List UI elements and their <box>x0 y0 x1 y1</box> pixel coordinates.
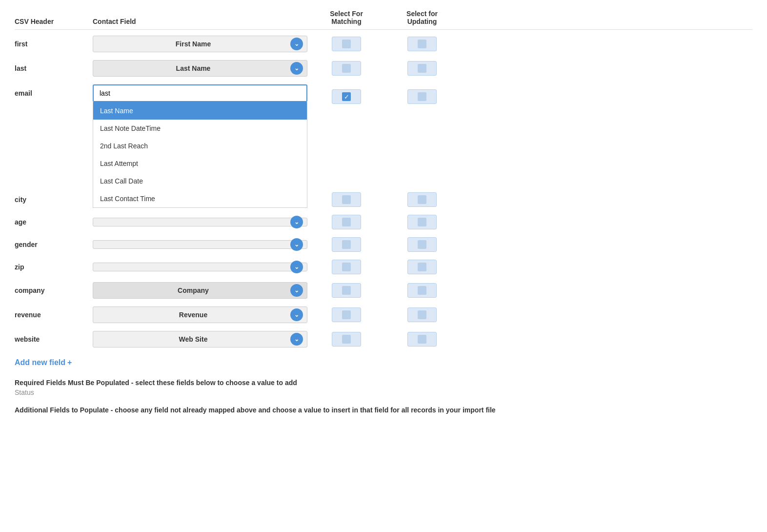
dropdown-first[interactable]: First Name ⌄ <box>93 36 307 52</box>
checkbox-wrap-update-gender[interactable] <box>407 237 437 252</box>
match-checkbox-zip[interactable] <box>307 260 385 274</box>
update-checkbox-zip[interactable] <box>385 260 459 274</box>
update-checkbox-email[interactable] <box>385 84 459 104</box>
dropdown-option-last-name[interactable]: Last Name <box>93 102 307 120</box>
required-section: Required Fields Must Be Populated - sele… <box>15 379 752 396</box>
match-checkbox-revenue[interactable] <box>307 307 385 322</box>
checkbox-inner-update-zip <box>418 263 426 271</box>
row-company: company Company ⌄ <box>15 278 752 303</box>
row-website: website Web Site ⌄ <box>15 327 752 351</box>
match-checkbox-first[interactable] <box>307 37 385 51</box>
checkbox-wrap-match-zip[interactable] <box>332 260 361 274</box>
checkbox-wrap-update-revenue[interactable] <box>407 307 437 322</box>
dropdown-option-last-note[interactable]: Last Note DateTime <box>93 120 307 137</box>
csv-revenue: revenue <box>15 311 93 319</box>
dropdown-last[interactable]: Last Name ⌄ <box>93 60 307 77</box>
chevron-down-icon-revenue: ⌄ <box>290 308 303 321</box>
dropdown-age[interactable]: ⌄ <box>93 218 307 226</box>
checkbox-wrap-match-revenue[interactable] <box>332 307 361 322</box>
update-checkbox-website[interactable] <box>385 332 459 347</box>
dropdown-zip[interactable]: ⌄ <box>93 263 307 271</box>
update-checkbox-first[interactable] <box>385 37 459 51</box>
checkbox-inner-match-email: ✓ <box>342 92 351 101</box>
match-checkbox-last[interactable] <box>307 61 385 76</box>
email-dropdown-list: Last Name Last Note DateTime 2nd Last Re… <box>93 102 307 208</box>
dropdown-first-label: First Name <box>176 40 211 48</box>
email-search-input[interactable] <box>94 85 306 101</box>
email-input-wrapper <box>93 84 307 102</box>
checkbox-wrap-update-first[interactable] <box>407 37 437 51</box>
checkbox-inner-update-last <box>418 64 426 73</box>
dropdown-last-label: Last Name <box>176 64 211 72</box>
field-selector-gender: ⌄ <box>93 240 307 249</box>
additional-section: Additional Fields to Populate - choose a… <box>15 405 752 415</box>
row-gender: gender ⌄ <box>15 233 752 256</box>
checkbox-wrap-update-age[interactable] <box>407 215 437 229</box>
match-checkbox-city[interactable] <box>307 192 385 207</box>
chevron-down-icon-last: ⌄ <box>290 62 303 75</box>
update-checkbox-last[interactable] <box>385 61 459 76</box>
field-selector-company: Company ⌄ <box>93 282 307 299</box>
row-age: age ⌄ <box>15 211 752 233</box>
dropdown-option-last-call-date[interactable]: Last Call Date <box>93 172 307 190</box>
dropdown-option-last-contact-time[interactable]: Last Contact Time <box>93 190 307 207</box>
checkbox-wrap-match-company[interactable] <box>332 283 361 298</box>
csv-last: last <box>15 64 93 72</box>
status-label: Status <box>15 389 752 396</box>
checkbox-wrap-match-website[interactable] <box>332 332 361 347</box>
dropdown-website[interactable]: Web Site ⌄ <box>93 331 307 348</box>
csv-first: first <box>15 40 93 48</box>
checkbox-wrap-update-email[interactable] <box>407 89 437 104</box>
checkbox-wrap-update-company[interactable] <box>407 283 437 298</box>
chevron-down-icon-company: ⌄ <box>290 284 303 297</box>
update-checkbox-age[interactable] <box>385 215 459 229</box>
match-checkbox-gender[interactable] <box>307 237 385 252</box>
checkbox-inner-update-website <box>418 335 426 344</box>
checkbox-inner-update-company <box>418 286 426 295</box>
csv-website: website <box>15 335 93 343</box>
dropdown-company-label: Company <box>178 286 209 294</box>
csv-zip: zip <box>15 263 93 271</box>
row-email: email Last Name Last Note DateTime 2nd L… <box>15 81 752 108</box>
match-checkbox-email[interactable]: ✓ <box>307 84 385 104</box>
match-checkbox-age[interactable] <box>307 215 385 229</box>
checkbox-inner-update-email <box>418 92 426 101</box>
csv-company: company <box>15 286 93 294</box>
checkbox-inner-match-company <box>342 286 351 295</box>
dropdown-company[interactable]: Company ⌄ <box>93 282 307 299</box>
update-checkbox-city[interactable] <box>385 192 459 207</box>
update-checkbox-revenue[interactable] <box>385 307 459 322</box>
add-field-plus-icon[interactable]: + <box>67 358 72 367</box>
table-header: CSV Header Contact Field Select ForMatch… <box>15 10 752 30</box>
checkbox-inner-update-city <box>418 195 426 204</box>
checkbox-inner-match-age <box>342 218 351 226</box>
additional-title: Additional Fields to Populate - choose a… <box>15 405 752 415</box>
match-header-label: Select ForMatching <box>307 10 385 25</box>
checkbox-wrap-match-gender[interactable] <box>332 237 361 252</box>
chevron-down-icon-website: ⌄ <box>290 333 303 346</box>
checkbox-wrap-update-city[interactable] <box>407 192 437 207</box>
dropdown-option-last-attempt[interactable]: Last Attempt <box>93 155 307 172</box>
checkbox-wrap-update-website[interactable] <box>407 332 437 347</box>
update-checkbox-company[interactable] <box>385 283 459 298</box>
checkbox-wrap-match-age[interactable] <box>332 215 361 229</box>
field-selector-email: Last Name Last Note DateTime 2nd Last Re… <box>93 84 307 102</box>
dropdown-option-2nd-last-reach[interactable]: 2nd Last Reach <box>93 137 307 155</box>
add-new-field-row[interactable]: Add new field + <box>15 351 752 370</box>
match-checkbox-company[interactable] <box>307 283 385 298</box>
update-checkbox-gender[interactable] <box>385 237 459 252</box>
match-checkbox-website[interactable] <box>307 332 385 347</box>
checkbox-wrap-update-zip[interactable] <box>407 260 437 274</box>
checkbox-wrap-match-email[interactable]: ✓ <box>332 89 361 104</box>
field-selector-zip: ⌄ <box>93 263 307 271</box>
checkbox-inner-match-revenue <box>342 310 351 319</box>
chevron-down-icon-first: ⌄ <box>290 38 303 50</box>
dropdown-gender[interactable]: ⌄ <box>93 240 307 249</box>
checkbox-wrap-match-first[interactable] <box>332 37 361 51</box>
checkbox-wrap-match-city[interactable] <box>332 192 361 207</box>
dropdown-revenue[interactable]: Revenue ⌄ <box>93 307 307 323</box>
checkbox-wrap-update-last[interactable] <box>407 61 437 76</box>
checkbox-wrap-match-last[interactable] <box>332 61 361 76</box>
row-zip: zip ⌄ <box>15 256 752 278</box>
checkbox-inner-match-gender <box>342 240 351 249</box>
